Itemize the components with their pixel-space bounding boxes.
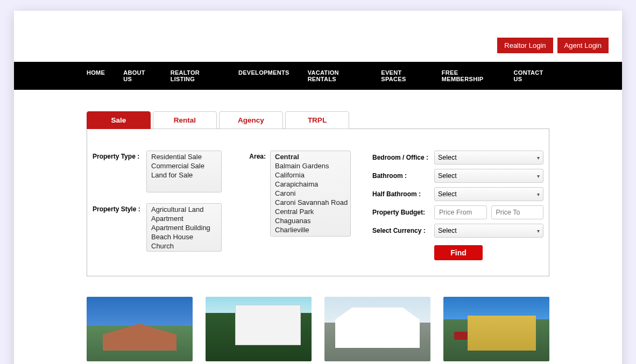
search-tabs: Sale Rental Agency TRPL <box>87 111 549 129</box>
list-item[interactable]: California <box>271 170 350 180</box>
label-area: Area: <box>238 151 270 160</box>
label-property-style: Property Style : <box>93 203 146 213</box>
nav-home[interactable]: HOME <box>87 62 105 90</box>
list-item[interactable]: Apartment <box>147 214 221 223</box>
label-bedroom: Bedroom / Office : <box>372 154 434 161</box>
price-from-input[interactable] <box>434 205 487 219</box>
nav-vacation-rentals[interactable]: VACATION RENTALS <box>308 62 363 90</box>
nav-event-spaces[interactable]: EVENT SPACES <box>381 62 423 90</box>
top-bar: Realtor Login Agent Login <box>14 11 622 62</box>
main-nav: HOME ABOUT US REALTOR LISTING DEVELOPMEN… <box>14 62 622 90</box>
list-item[interactable]: Agricultural Land <box>147 205 221 214</box>
list-item[interactable]: Residential Sale <box>147 152 221 161</box>
nav-realtor-listing[interactable]: REALTOR LISTING <box>171 62 220 90</box>
property-card[interactable] <box>324 297 430 361</box>
half-bathroom-select[interactable]: Select <box>434 187 543 201</box>
nav-free-membership[interactable]: FREE MEMBERSHIP <box>442 62 496 90</box>
list-item[interactable]: Carapichaima <box>271 180 350 189</box>
label-currency: Select Currency : <box>372 227 434 234</box>
app-frame: Realtor Login Agent Login HOME ABOUT US … <box>14 11 622 364</box>
property-card[interactable] <box>443 297 549 361</box>
property-card[interactable] <box>87 297 193 361</box>
list-item[interactable]: Church <box>147 241 221 251</box>
bedroom-select[interactable]: Select <box>434 151 543 165</box>
agent-login-button[interactable]: Agent Login <box>557 38 609 53</box>
list-item[interactable]: Beach House <box>147 232 221 241</box>
property-type-list[interactable]: Residential Sale Commercial Sale Land fo… <box>146 151 222 192</box>
list-item[interactable]: Commercial Sale <box>147 161 221 170</box>
list-item[interactable]: Caroni Savannah Road <box>271 198 350 207</box>
property-cards <box>87 297 549 361</box>
realtor-login-button[interactable]: Realtor Login <box>497 38 553 53</box>
label-half-bathroom: Half Bathroom : <box>372 190 434 198</box>
currency-select[interactable]: Select <box>434 224 543 238</box>
tab-sale[interactable]: Sale <box>87 111 151 129</box>
list-item[interactable]: Land for Sale <box>147 170 221 180</box>
list-group[interactable]: Central <box>271 152 350 161</box>
search-panel: Property Type : Residential Sale Commerc… <box>87 129 549 276</box>
label-property-type: Property Type : <box>93 151 146 160</box>
nav-about[interactable]: ABOUT US <box>123 62 152 90</box>
property-style-list[interactable]: Agricultural Land Apartment Apartment Bu… <box>146 203 222 252</box>
property-card[interactable] <box>206 297 312 361</box>
tab-trpl[interactable]: TRPL <box>285 111 349 129</box>
list-item[interactable]: Balmain Gardens <box>271 161 350 170</box>
content-area: Sale Rental Agency TRPL Property Type : … <box>14 90 622 364</box>
list-item[interactable]: Apartment Building <box>147 223 221 232</box>
tab-agency[interactable]: Agency <box>219 111 283 129</box>
bathroom-select[interactable]: Select <box>434 169 543 183</box>
list-item[interactable]: Chaguanas <box>271 216 350 225</box>
list-item[interactable]: Charlieville <box>271 225 350 234</box>
label-budget: Property Budget: <box>372 209 434 216</box>
nav-developments[interactable]: DEVELOPMENTS <box>238 62 289 90</box>
list-item[interactable]: Central Park <box>271 207 350 216</box>
label-bathroom: Bathroom : <box>372 172 434 180</box>
list-item[interactable]: Caroni <box>271 189 350 198</box>
find-button[interactable]: Find <box>434 245 483 260</box>
tab-rental[interactable]: Rental <box>153 111 217 129</box>
nav-contact[interactable]: CONTACT US <box>514 62 549 90</box>
list-item[interactable]: Chase Village <box>271 234 350 237</box>
price-to-input[interactable] <box>491 205 544 219</box>
area-list[interactable]: Central Balmain Gardens California Carap… <box>270 151 351 237</box>
